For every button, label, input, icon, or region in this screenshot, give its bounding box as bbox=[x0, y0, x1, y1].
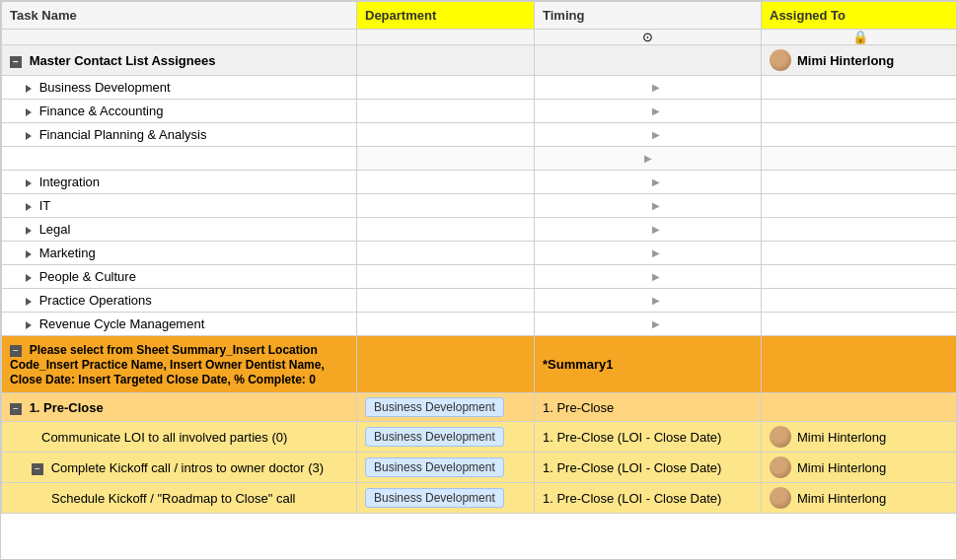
department-header[interactable]: Department bbox=[357, 2, 535, 30]
category-label: People & Culture bbox=[39, 269, 136, 284]
assignee-header-cell: Mimi Hinterlong bbox=[770, 49, 950, 71]
summary-label: *Summary1 bbox=[543, 357, 614, 372]
category-row-business-dev[interactable]: Business Development ▶ bbox=[2, 76, 958, 100]
dept-badge: Business Development bbox=[365, 488, 504, 508]
lock-icon-cell: 🔒 bbox=[762, 30, 958, 45]
category-row-people[interactable]: People & Culture ▶ bbox=[2, 265, 958, 289]
category-row-it[interactable]: IT ▶ bbox=[2, 194, 958, 218]
assigned-to-header[interactable]: Assigned To bbox=[762, 2, 958, 30]
dept-badge: Business Development bbox=[365, 427, 504, 447]
avatar bbox=[770, 49, 791, 71]
category-row-practice-ops[interactable]: Practice Operations ▶ bbox=[2, 289, 958, 313]
timing-value: 1. Pre-Close (LOI - Close Date) bbox=[543, 430, 721, 445]
assignee-name: Mimi Hinterlong bbox=[797, 491, 886, 506]
category-row-marketing[interactable]: Marketing ▶ bbox=[2, 242, 958, 265]
assignee-name: Mimi Hinterlong bbox=[797, 430, 886, 445]
pre-close-timing: 1. Pre-Close bbox=[543, 400, 614, 415]
assignee-cell: Mimi Hinterlong bbox=[770, 487, 950, 509]
sub-collapse-icon[interactable]: − bbox=[32, 463, 43, 475]
category-row-finance[interactable]: Finance & Accounting ▶ bbox=[2, 100, 958, 123]
group-title: Master Contact List Assignees bbox=[30, 53, 216, 68]
expand-icon bbox=[26, 274, 32, 282]
timing-value: 1. Pre-Close (LOI - Close Date) bbox=[543, 491, 721, 506]
category-label: Business Development bbox=[39, 80, 171, 95]
category-row-revenue-cycle[interactable]: Revenue Cycle Management ▶ bbox=[2, 313, 958, 336]
avatar bbox=[770, 456, 791, 478]
spacer-row: ▶ bbox=[2, 147, 958, 171]
pre-close-dept-badge: Business Development bbox=[365, 397, 504, 417]
orange-section-text: Please select from Sheet Summary_Insert … bbox=[10, 343, 325, 386]
table-row[interactable]: Schedule Kickoff / "Roadmap to Close" ca… bbox=[2, 483, 958, 514]
orange-main-row[interactable]: − Please select from Sheet Summary_Inser… bbox=[2, 336, 958, 393]
task-name-header[interactable]: Task Name bbox=[2, 2, 357, 30]
avatar bbox=[770, 426, 791, 448]
pre-close-collapse-icon[interactable]: − bbox=[10, 403, 22, 415]
table-row[interactable]: Communicate LOI to all involved parties … bbox=[2, 422, 958, 453]
category-label: Legal bbox=[39, 222, 71, 237]
assignee-name: Mimi Hinterlong bbox=[797, 460, 886, 475]
task-name: Complete Kickoff call / intros to owner … bbox=[51, 460, 325, 475]
category-label: Finance & Accounting bbox=[39, 104, 164, 118]
table-row[interactable]: − Complete Kickoff call / intros to owne… bbox=[2, 453, 958, 483]
task-name: Schedule Kickoff / "Roadmap to Close" ca… bbox=[51, 491, 295, 506]
collapse-icon[interactable]: − bbox=[10, 56, 22, 68]
pre-close-label: 1. Pre-Close bbox=[30, 400, 104, 415]
orange-collapse-icon[interactable]: − bbox=[10, 345, 22, 357]
category-label: Integration bbox=[39, 175, 100, 189]
expand-icon bbox=[26, 85, 32, 93]
avatar bbox=[770, 487, 791, 509]
expand-icon bbox=[26, 179, 32, 187]
lock-icon: 🔒 bbox=[852, 30, 868, 44]
expand-icon bbox=[26, 227, 32, 235]
assignee-name: Mimi Hinterlong bbox=[797, 53, 894, 68]
expand-icon bbox=[26, 250, 32, 258]
expand-icon bbox=[26, 203, 32, 211]
timing-value: 1. Pre-Close (LOI - Close Date) bbox=[543, 460, 721, 475]
category-row-legal[interactable]: Legal ▶ bbox=[2, 218, 958, 242]
group-header-row[interactable]: − Master Contact List Assignees Mimi Hin… bbox=[2, 45, 958, 76]
expand-icon bbox=[26, 298, 32, 306]
timing-header[interactable]: Timing bbox=[535, 2, 762, 30]
main-table-container: Task Name Department Timing Assigned To … bbox=[0, 0, 957, 560]
category-label: Financial Planning & Analysis bbox=[39, 127, 207, 142]
assignee-cell: Mimi Hinterlong bbox=[770, 456, 950, 478]
category-label: IT bbox=[39, 198, 51, 213]
expand-icon bbox=[26, 108, 32, 116]
category-row-financial-planning[interactable]: Financial Planning & Analysis ▶ bbox=[2, 123, 958, 147]
expand-icon bbox=[26, 321, 32, 329]
category-label: Revenue Cycle Management bbox=[39, 316, 205, 331]
category-label: Practice Operations bbox=[39, 293, 152, 308]
pre-close-group-row[interactable]: − 1. Pre-Close Business Development 1. P… bbox=[2, 393, 958, 422]
timing-icon-cell: ⊙ bbox=[535, 30, 762, 45]
assignee-cell: Mimi Hinterlong bbox=[770, 426, 950, 448]
expand-icon bbox=[26, 132, 32, 140]
category-label: Marketing bbox=[39, 245, 96, 260]
category-row-integration[interactable]: Integration ▶ bbox=[2, 171, 958, 194]
task-name: Communicate LOI to all involved parties … bbox=[41, 430, 287, 445]
timing-icon: ⊙ bbox=[642, 30, 653, 44]
dept-badge: Business Development bbox=[365, 457, 504, 477]
